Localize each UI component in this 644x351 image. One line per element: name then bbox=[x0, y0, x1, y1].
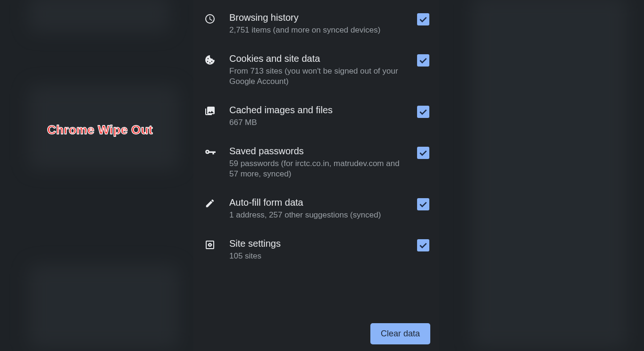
site-settings-icon bbox=[202, 237, 218, 251]
row-autofill[interactable]: Auto-fill form data 1 address, 257 other… bbox=[193, 188, 439, 229]
checkbox-site-settings[interactable] bbox=[417, 239, 429, 251]
overlay-caption: Chrome Wipe Out bbox=[47, 123, 153, 137]
row-subtitle: 667 MB bbox=[229, 117, 406, 128]
clock-icon bbox=[202, 11, 218, 25]
row-title: Site settings bbox=[229, 237, 406, 250]
row-subtitle: 2,751 items (and more on synced devices) bbox=[229, 25, 406, 35]
checkbox-cookies[interactable] bbox=[417, 54, 429, 67]
row-title: Auto-fill form data bbox=[229, 196, 406, 209]
row-text: Cookies and site data From 713 sites (yo… bbox=[229, 52, 406, 87]
image-icon bbox=[202, 104, 218, 117]
checkbox-browsing-history[interactable] bbox=[417, 13, 429, 25]
checkbox-autofill[interactable] bbox=[417, 198, 429, 210]
row-passwords[interactable]: Saved passwords 59 passwords (for irctc.… bbox=[193, 136, 439, 188]
row-subtitle: From 713 sites (you won't be signed out … bbox=[229, 66, 406, 87]
checkbox-passwords[interactable] bbox=[417, 147, 429, 159]
row-text: Cached images and files 667 MB bbox=[229, 104, 406, 128]
clear-data-list: Browsing history 2,751 items (and more o… bbox=[193, 0, 439, 270]
clear-data-button[interactable]: Clear data bbox=[370, 323, 430, 344]
checkbox-cached[interactable] bbox=[417, 106, 429, 118]
row-title: Saved passwords bbox=[229, 145, 406, 157]
row-title: Browsing history bbox=[229, 11, 406, 24]
row-text: Browsing history 2,751 items (and more o… bbox=[229, 11, 406, 35]
row-cached[interactable]: Cached images and files 667 MB bbox=[193, 95, 439, 136]
dialog-footer: Clear data bbox=[370, 323, 430, 344]
row-cookies[interactable]: Cookies and site data From 713 sites (yo… bbox=[193, 44, 439, 95]
row-site-settings[interactable]: Site settings 105 sites bbox=[193, 229, 439, 270]
row-subtitle: 1 address, 257 other suggestions (synced… bbox=[229, 210, 406, 220]
cookie-icon bbox=[202, 52, 218, 66]
row-subtitle: 59 passwords (for irctc.co.in, matrudev.… bbox=[229, 159, 406, 179]
row-text: Saved passwords 59 passwords (for irctc.… bbox=[229, 145, 406, 179]
row-title: Cached images and files bbox=[229, 104, 406, 116]
row-text: Site settings 105 sites bbox=[229, 237, 406, 261]
row-title: Cookies and site data bbox=[229, 52, 406, 65]
key-icon bbox=[202, 145, 218, 159]
row-text: Auto-fill form data 1 address, 257 other… bbox=[229, 196, 406, 220]
row-subtitle: 105 sites bbox=[229, 251, 406, 261]
row-browsing-history[interactable]: Browsing history 2,751 items (and more o… bbox=[193, 3, 439, 44]
pencil-icon bbox=[202, 196, 218, 209]
clear-data-panel: Browsing history 2,751 items (and more o… bbox=[193, 0, 439, 351]
